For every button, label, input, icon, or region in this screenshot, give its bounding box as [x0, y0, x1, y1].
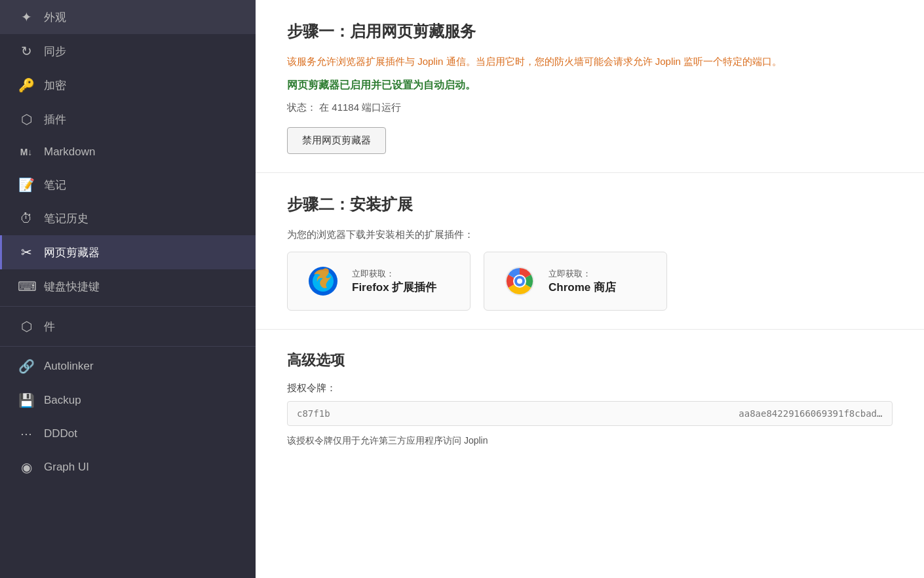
step1-status: 状态： 在 41184 端口运行	[287, 102, 893, 114]
main-content: 步骤一：启用网页剪藏服务 该服务允许浏览器扩展插件与 Joplin 通信。当启用…	[256, 0, 924, 578]
firefox-extension-card[interactable]: 立即获取： Firefox 扩展插件	[287, 252, 471, 311]
status-value: 在 41184 端口运行	[319, 102, 401, 113]
step1-title: 步骤一：启用网页剪藏服务	[287, 21, 893, 42]
firefox-icon	[306, 264, 340, 298]
firefox-big-label: Firefox 扩展插件	[352, 280, 436, 295]
sidebar-item-dddot[interactable]: ⋯ DDDot	[0, 417, 256, 450]
sidebar-item-appearance-label: 外观	[44, 10, 66, 25]
token-field[interactable]	[287, 401, 893, 426]
sidebar-item-keyboard-label: 键盘快捷键	[44, 279, 100, 294]
sidebar-item-sync-label: 同步	[44, 44, 66, 59]
sidebar-item-keyboard[interactable]: ⌨ 键盘快捷键	[0, 269, 256, 303]
sidebar-item-note-history-label: 笔记历史	[44, 211, 88, 226]
sidebar-item-encryption[interactable]: 🔑 加密	[0, 68, 256, 102]
svg-point-5	[517, 279, 522, 284]
sidebar-item-unknown[interactable]: ⬡ 件	[0, 309, 256, 343]
step1-info: 该服务允许浏览器扩展插件与 Joplin 通信。当启用它时，您的防火墙可能会请求…	[287, 54, 893, 69]
markdown-icon: M↓	[18, 147, 35, 157]
sidebar-item-plugins-label: 插件	[44, 112, 66, 127]
history-icon: ⏱	[18, 211, 35, 226]
extension-cards: 立即获取： Firefox 扩展插件	[287, 252, 893, 311]
sidebar-item-notes-label: 笔记	[44, 178, 66, 193]
appearance-icon: ✦	[18, 9, 35, 25]
sidebar-item-backup[interactable]: 💾 Backup	[0, 383, 256, 417]
sidebar-item-autolinker-label: Autolinker	[44, 360, 94, 373]
sidebar-item-plugins[interactable]: ⬡ 插件	[0, 102, 256, 136]
sidebar-item-sync[interactable]: ↻ 同步	[0, 34, 256, 68]
chrome-big-label: Chrome 商店	[549, 280, 616, 295]
sidebar-item-note-history[interactable]: ⏱ 笔记历史	[0, 202, 256, 235]
step2-section: 步骤二：安装扩展 为您的浏览器下载并安装相关的扩展插件： 立即获取： Firef…	[256, 173, 924, 330]
firefox-ext-text: 立即获取： Firefox 扩展插件	[352, 268, 436, 295]
sidebar-item-graph-ui-label: Graph UI	[44, 461, 89, 474]
sidebar-item-notes[interactable]: 📝 笔记	[0, 168, 256, 202]
step1-success: 网页剪藏器已启用并已设置为自动启动。	[287, 79, 893, 92]
step2-description: 为您的浏览器下载并安装相关的扩展插件：	[287, 227, 893, 242]
sidebar-divider	[0, 306, 256, 307]
chrome-small-label: 立即获取：	[549, 268, 616, 280]
sidebar-item-encryption-label: 加密	[44, 78, 66, 93]
status-label: 状态：	[287, 102, 317, 113]
sidebar-item-unknown-label: 件	[44, 319, 55, 334]
notes-icon: 📝	[18, 177, 35, 193]
sidebar-divider-2	[0, 346, 256, 347]
sidebar-item-web-clipper[interactable]: ✂ 网页剪藏器	[0, 235, 256, 269]
token-label: 授权令牌：	[287, 382, 893, 395]
sidebar: ✦ 外观 ↻ 同步 🔑 加密 ⬡ 插件 M↓ Markdown 📝 笔记 ⏱ 笔…	[0, 0, 256, 578]
footer-note: 该授权令牌仅用于允许第三方应用程序访问 Joplin	[287, 435, 893, 447]
sidebar-item-autolinker[interactable]: 🔗 Autolinker	[0, 349, 256, 383]
sidebar-item-dddot-label: DDDot	[44, 427, 77, 440]
backup-icon: 💾	[18, 393, 35, 408]
sidebar-item-markdown-label: Markdown	[44, 145, 95, 159]
sidebar-item-markdown[interactable]: M↓ Markdown	[0, 136, 256, 168]
step1-section: 步骤一：启用网页剪藏服务 该服务允许浏览器扩展插件与 Joplin 通信。当启用…	[256, 0, 924, 173]
plugins-icon: ⬡	[18, 111, 35, 127]
chrome-icon	[503, 264, 537, 298]
clipper-icon: ✂	[18, 244, 35, 260]
sync-icon: ↻	[18, 43, 35, 59]
sidebar-item-appearance[interactable]: ✦ 外观	[0, 0, 256, 34]
sidebar-item-backup-label: Backup	[44, 394, 81, 407]
unknown-icon: ⬡	[18, 318, 35, 334]
sidebar-item-web-clipper-label: 网页剪藏器	[44, 245, 100, 260]
keyboard-icon: ⌨	[18, 279, 35, 294]
autolinker-icon: 🔗	[18, 358, 35, 374]
step2-title: 步骤二：安装扩展	[287, 194, 893, 215]
sidebar-item-graph-ui[interactable]: ◉ Graph UI	[0, 450, 256, 484]
firefox-small-label: 立即获取：	[352, 268, 436, 280]
advanced-section: 高级选项 授权令牌： 该授权令牌仅用于允许第三方应用程序访问 Joplin	[256, 330, 924, 465]
advanced-title: 高级选项	[287, 351, 893, 370]
dddot-icon: ⋯	[18, 427, 35, 441]
chrome-extension-card[interactable]: 立即获取： Chrome 商店	[484, 252, 667, 311]
chrome-ext-text: 立即获取： Chrome 商店	[549, 268, 616, 295]
graph-icon: ◉	[18, 459, 35, 475]
key-icon: 🔑	[18, 77, 35, 93]
disable-clipper-button[interactable]: 禁用网页剪藏器	[287, 127, 386, 154]
